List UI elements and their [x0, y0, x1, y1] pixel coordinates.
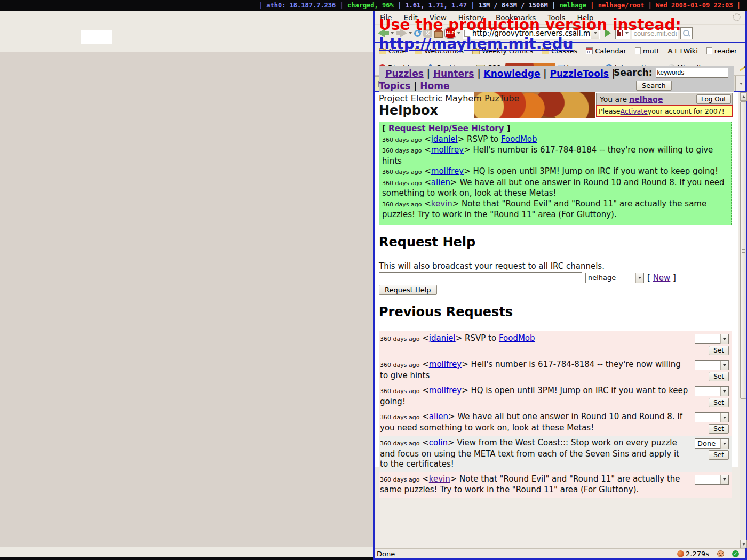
smiley-icon [717, 550, 724, 557]
statusbar-sep: | [394, 2, 406, 9]
calendar-icon [586, 47, 593, 54]
user-link[interactable]: alien [431, 178, 450, 187]
set-button[interactable]: Set [709, 372, 729, 381]
user-link[interactable]: alien [429, 412, 448, 421]
helpbox-entry: 360 days ago <mollfrey> Hell's number is… [382, 145, 728, 166]
scroll-up-button[interactable] [740, 92, 747, 101]
page-content: Use the production version instead: http… [375, 11, 738, 467]
nav-topics[interactable]: Topics [379, 81, 410, 91]
pencil-icon [740, 66, 746, 71]
status-select[interactable] [695, 360, 729, 370]
request-row: 360 days ago <jdaniel> RSVP to FoodMob S… [379, 331, 732, 357]
statusbar-sep: | [644, 2, 656, 9]
logout-button[interactable]: Log Out [696, 94, 731, 104]
user-link[interactable]: jdaniel [429, 333, 456, 343]
search-go-icon[interactable] [680, 27, 693, 39]
nav-puzzletools[interactable]: PuzzleTools [550, 68, 609, 79]
nav-puzzles[interactable]: Puzzles [385, 68, 424, 79]
statusbar-sep: | [336, 2, 347, 9]
request-help-description: This will also broadcast your request to… [379, 261, 605, 271]
bookmark-mutt[interactable]: mutt [635, 47, 659, 55]
request-text-input[interactable] [379, 272, 582, 283]
previous-requests-heading: Previous Requests [379, 305, 513, 319]
bookmark-calendar[interactable]: Calendar [586, 47, 626, 55]
foodmob-link[interactable]: FoodMob [499, 333, 535, 343]
status-select[interactable] [695, 386, 729, 396]
foodmob-link[interactable]: FoodMob [501, 134, 537, 144]
firefox-window: File Edit View History Bookmarks Tools H… [374, 11, 747, 560]
user-link[interactable]: jdaniel [431, 134, 458, 144]
request-help-button[interactable]: Request Help [379, 285, 437, 295]
request-row: 360 days ago <mollfrey> HQ is open until… [379, 383, 732, 410]
nav-home[interactable]: Home [420, 81, 449, 91]
helpbox-entry: 360 days ago <jdaniel> RSVP to FoodMob [382, 134, 728, 146]
webdev-outline[interactable]: Outline [739, 63, 747, 71]
statusbar-session: nelhage/root [598, 2, 645, 9]
page-icon [706, 47, 712, 54]
site-title: Project Electric Mayhem PuzTube [379, 93, 519, 103]
user-link[interactable]: mollfrey [429, 359, 462, 369]
user-link[interactable]: mollfrey [429, 386, 462, 395]
previous-requests-list: 360 days ago <jdaniel> RSVP to FoodMob S… [379, 331, 732, 467]
validator-status[interactable]: ✓ [728, 549, 743, 558]
new-requester-link[interactable]: New [653, 273, 671, 283]
statusbar-ip: ath0: 18.187.7.236 [266, 2, 336, 9]
etwiki-icon: A [668, 47, 673, 54]
desktop-white-window[interactable] [81, 30, 112, 44]
user-link[interactable]: mollfrey [431, 145, 464, 155]
throbber-icon [733, 13, 741, 21]
status-select[interactable]: Done [695, 438, 729, 449]
statusbar-user: nelhage [559, 2, 586, 9]
set-button[interactable]: Set [709, 424, 729, 434]
request-help-history-link[interactable]: Request Help/See History [388, 124, 504, 133]
user-link[interactable]: kevin [431, 199, 452, 209]
nav-knowledge[interactable]: Knowledge [484, 68, 541, 79]
requester-select[interactable]: nelhage [585, 273, 644, 283]
user-link[interactable]: colin [429, 438, 448, 447]
desktop-panel-top [0, 11, 374, 52]
nav-hunters[interactable]: Hunters [433, 68, 474, 79]
status-select[interactable] [695, 412, 729, 422]
production-warning-heading: Use the production version instead: [379, 15, 681, 35]
scrollbar-thumb[interactable] [740, 101, 746, 399]
fasterfox-icon [677, 550, 684, 557]
desktop-workspace [0, 52, 374, 547]
extension-status[interactable] [713, 549, 728, 558]
set-button[interactable]: Set [709, 346, 729, 355]
set-button[interactable]: Set [709, 450, 729, 460]
system-status-bar: | ath0: 18.187.7.236 | charged, 96% | 1.… [0, 0, 747, 11]
select-arrow-icon[interactable] [635, 273, 643, 283]
vertical-scrollbar[interactable] [740, 92, 746, 548]
statusbar-sep: | [586, 2, 598, 9]
desktop-edge [0, 557, 374, 560]
bookmark-reader[interactable]: reader [706, 47, 737, 55]
activate-alert: Please Activate your account for 2007! [596, 105, 733, 117]
page-title: Helpbox [379, 103, 438, 118]
statusbar-sep: | [259, 2, 266, 9]
activate-link[interactable]: Activate [621, 107, 648, 115]
helpbox-history: [ Request Help/See History ] 360 days ag… [379, 122, 732, 225]
helpbox-entry: 360 days ago <alien> We have all but one… [382, 178, 728, 199]
site-search: Search: Search [614, 67, 734, 91]
status-select[interactable] [695, 334, 729, 344]
statusbar-sep: | [733, 2, 741, 9]
search-label: Search: [614, 67, 653, 78]
desktop-panel-bottom [0, 547, 374, 557]
search-input[interactable] [656, 68, 728, 78]
mayhem-link[interactable]: http://mayhem.mit.edu [379, 35, 573, 53]
search-button[interactable]: Search [636, 81, 672, 91]
helpbox-entry: 360 days ago <mollfrey> HQ is open until… [382, 166, 728, 178]
check-icon: ✓ [732, 550, 739, 557]
account-box: You are nelhage Log Out [596, 93, 733, 105]
load-timer[interactable]: 2.279s [673, 549, 713, 558]
set-button[interactable]: Set [709, 398, 729, 407]
request-row: 360 days ago <alien> We have all but one… [379, 410, 732, 436]
user-link[interactable]: mollfrey [431, 166, 464, 176]
bookmark-etwiki[interactable]: AETWiki [668, 47, 698, 55]
helpbox-entry: 360 days ago <kevin> Note that "Round Ev… [382, 199, 728, 220]
browser-status-bar: Done 2.279s ✓ [375, 548, 745, 558]
user-link[interactable]: nelhage [629, 95, 663, 103]
request-row: 360 days ago <mollfrey> Hell's number is… [379, 357, 732, 383]
tab-list-dropdown[interactable] [735, 76, 745, 91]
scroll-down-button[interactable] [740, 540, 747, 548]
